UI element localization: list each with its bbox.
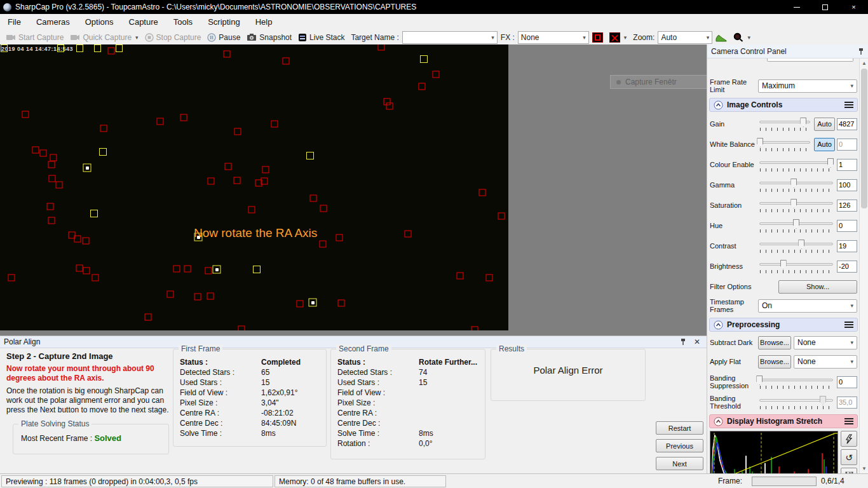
plate-solve-status-value: Solved bbox=[94, 433, 121, 443]
white-balance-slider[interactable] bbox=[758, 137, 811, 152]
brightness-slider[interactable] bbox=[758, 259, 834, 274]
detected-star-box-red bbox=[433, 71, 440, 78]
scroll-up-icon[interactable]: ▲ bbox=[860, 58, 868, 68]
menu-scripting[interactable]: Scripting bbox=[200, 15, 248, 29]
stop-capture-button[interactable]: Stop Capture bbox=[142, 30, 205, 44]
save-stretch-button[interactable] bbox=[841, 468, 857, 473]
subtract-dark-browse-button[interactable]: Browse... bbox=[758, 336, 791, 349]
detected-star-box-red bbox=[207, 293, 214, 300]
menu-tools[interactable]: Tools bbox=[166, 15, 200, 29]
star-box bbox=[1, 44, 8, 52]
pin-icon[interactable] bbox=[858, 48, 864, 55]
colour-enable-slider[interactable] bbox=[758, 157, 834, 172]
fx-combobox[interactable]: None▾ bbox=[518, 31, 589, 44]
polar-align-panel: Polar Align ✕ Step 2 - Capture 2nd Image… bbox=[0, 336, 707, 473]
next-button[interactable]: Next bbox=[656, 457, 703, 470]
selection-rect-button[interactable] bbox=[589, 30, 606, 44]
magnifier-button[interactable]: ▾ bbox=[730, 30, 754, 44]
fx-label: FX : bbox=[498, 30, 518, 44]
clear-selection-button[interactable]: ▾ bbox=[606, 30, 630, 44]
filter-options-show-button[interactable]: Show... bbox=[778, 280, 857, 294]
star-box bbox=[76, 44, 83, 52]
brightness-value-input[interactable] bbox=[837, 261, 857, 273]
banding-suppression-slider[interactable] bbox=[758, 374, 834, 390]
histogram-toggle-button[interactable] bbox=[712, 30, 730, 44]
saturation-value-input[interactable] bbox=[837, 200, 857, 212]
collapse-icon[interactable] bbox=[714, 100, 723, 110]
close-panel-icon[interactable]: ✕ bbox=[691, 337, 703, 346]
reset-stretch-button[interactable]: ↺ bbox=[841, 449, 857, 465]
gain-label: Gain bbox=[710, 120, 758, 128]
menu-icon[interactable] bbox=[844, 418, 853, 424]
contrast-value-input[interactable] bbox=[837, 240, 857, 252]
capture-window-ghost-tab: Capture Fenêtr bbox=[610, 75, 707, 89]
saturation-slider[interactable] bbox=[758, 198, 834, 213]
collapse-icon[interactable] bbox=[714, 417, 723, 426]
starfield[interactable]: 2019 04 14 14:47:14:543 Now rotate the R… bbox=[0, 44, 508, 330]
frame-rate-limit-combobox[interactable]: Maximum▾ bbox=[758, 79, 857, 93]
detected-star-box-red bbox=[173, 266, 180, 273]
gamma-slider[interactable] bbox=[758, 177, 834, 193]
hue-slider[interactable] bbox=[758, 218, 834, 233]
hue-value-input[interactable] bbox=[837, 220, 857, 232]
colour-enable-value-input[interactable] bbox=[837, 159, 857, 171]
banding-suppression-row: Banding Suppression bbox=[710, 372, 857, 391]
pin-icon[interactable] bbox=[680, 338, 686, 346]
image-controls-header[interactable]: Image Controls bbox=[709, 98, 858, 112]
gain-slider[interactable] bbox=[758, 116, 811, 132]
start-capture-button[interactable]: Start Capture bbox=[3, 30, 67, 44]
gain-value-input[interactable] bbox=[837, 118, 857, 130]
star-box bbox=[94, 44, 101, 52]
close-button[interactable]: × bbox=[839, 0, 868, 14]
detected-star-box-red bbox=[336, 234, 343, 241]
saturation-label: Saturation bbox=[710, 201, 758, 209]
scroll-down-icon[interactable]: ▼ bbox=[860, 464, 868, 473]
live-stack-button[interactable]: Live Stack bbox=[295, 30, 348, 44]
detected-star-box-red bbox=[184, 266, 191, 273]
pause-button[interactable]: Pause bbox=[204, 30, 243, 44]
colour-enable-label: Colour Enable bbox=[710, 161, 758, 168]
white-balance-auto-button[interactable]: Auto bbox=[814, 138, 835, 151]
quick-capture-button[interactable]: Quick Capture ▾ bbox=[67, 30, 141, 44]
display-histogram-stretch-header[interactable]: Display Histogram Stretch bbox=[709, 414, 858, 428]
menu-icon[interactable] bbox=[844, 322, 853, 328]
preprocessing-header[interactable]: Preprocessing bbox=[709, 318, 858, 332]
gain-auto-button[interactable]: Auto bbox=[814, 118, 835, 131]
auto-stretch-button[interactable] bbox=[841, 431, 857, 447]
close-icon: × bbox=[851, 3, 855, 11]
hue-row: Hue bbox=[710, 216, 857, 235]
zoom-combobox[interactable]: Auto▾ bbox=[658, 31, 712, 44]
detected-star-box-red bbox=[498, 213, 505, 220]
collapse-icon[interactable] bbox=[714, 320, 723, 330]
minimize-button[interactable] bbox=[782, 0, 811, 14]
table-row: Solve Time :8ms bbox=[180, 428, 320, 438]
scrollbar-thumb[interactable] bbox=[861, 69, 867, 208]
apply-flat-browse-button[interactable]: Browse... bbox=[758, 355, 791, 369]
detected-star-box-red bbox=[208, 178, 215, 185]
timestamp-frames-combobox[interactable]: On▾ bbox=[758, 299, 857, 313]
maximize-button[interactable] bbox=[811, 0, 839, 14]
menu-file[interactable]: File bbox=[0, 15, 29, 29]
banding-suppression-label: Banding Suppression bbox=[710, 374, 758, 390]
menu-icon[interactable] bbox=[844, 102, 853, 108]
contrast-slider[interactable] bbox=[758, 238, 834, 254]
snapshot-button[interactable]: Snapshot bbox=[243, 30, 295, 44]
apply-flat-combobox[interactable]: None▾ bbox=[794, 355, 857, 369]
table-row: Status :Completed bbox=[180, 357, 320, 367]
results-group-label: Results bbox=[496, 344, 527, 353]
banding-suppression-value-input[interactable] bbox=[837, 376, 857, 388]
subtract-dark-combobox[interactable]: None▾ bbox=[794, 336, 857, 349]
menu-cameras[interactable]: Cameras bbox=[29, 15, 78, 29]
menu-options[interactable]: Options bbox=[78, 15, 121, 29]
used-star-box-yellow bbox=[99, 148, 107, 156]
previous-button[interactable]: Previous bbox=[656, 439, 703, 452]
histogram-plot[interactable] bbox=[710, 431, 838, 473]
target-name-combobox[interactable]: ▾ bbox=[402, 31, 498, 44]
panel-scrollbar[interactable]: ▲ ▼ bbox=[859, 58, 868, 473]
menu-capture[interactable]: Capture bbox=[121, 15, 166, 29]
white-balance-value-input[interactable] bbox=[837, 139, 857, 151]
restart-button[interactable]: Restart bbox=[656, 421, 703, 435]
gamma-value-input[interactable] bbox=[837, 179, 857, 191]
menu-help[interactable]: Help bbox=[248, 15, 280, 29]
selection-rect-icon bbox=[592, 32, 603, 43]
